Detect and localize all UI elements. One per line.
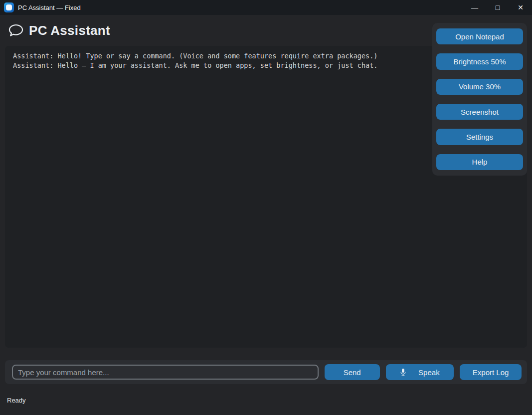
chat-bubble-icon: [8, 23, 24, 37]
quick-actions-panel: Open Notepad Brightness 50% Volume 30% S…: [432, 23, 527, 176]
volume-button[interactable]: Volume 30%: [436, 79, 523, 95]
titlebar: PC Assistant — Fixed — □ ✕: [0, 0, 532, 15]
export-log-button[interactable]: Export Log: [460, 364, 522, 380]
send-button[interactable]: Send: [325, 364, 380, 380]
composer-bar: Send Speak Export Log: [5, 360, 527, 384]
help-button[interactable]: Help: [436, 154, 523, 170]
settings-button[interactable]: Settings: [436, 129, 523, 145]
minimize-button[interactable]: —: [463, 0, 486, 15]
app-icon: [4, 2, 14, 12]
window-title: PC Assistant — Fixed: [18, 4, 463, 11]
window-controls: — □ ✕: [463, 0, 532, 15]
status-text: Ready: [7, 397, 26, 404]
open-notepad-button[interactable]: Open Notepad: [436, 28, 523, 44]
speak-button[interactable]: Speak: [386, 364, 454, 380]
speak-button-label: Speak: [418, 368, 440, 377]
screenshot-button[interactable]: Screenshot: [436, 104, 523, 120]
command-input[interactable]: [12, 365, 319, 380]
page-title: PC Assistant: [29, 23, 110, 38]
close-button[interactable]: ✕: [509, 0, 532, 15]
microphone-icon: [400, 368, 406, 377]
brightness-button[interactable]: Brightness 50%: [436, 53, 523, 69]
maximize-button[interactable]: □: [486, 0, 509, 15]
